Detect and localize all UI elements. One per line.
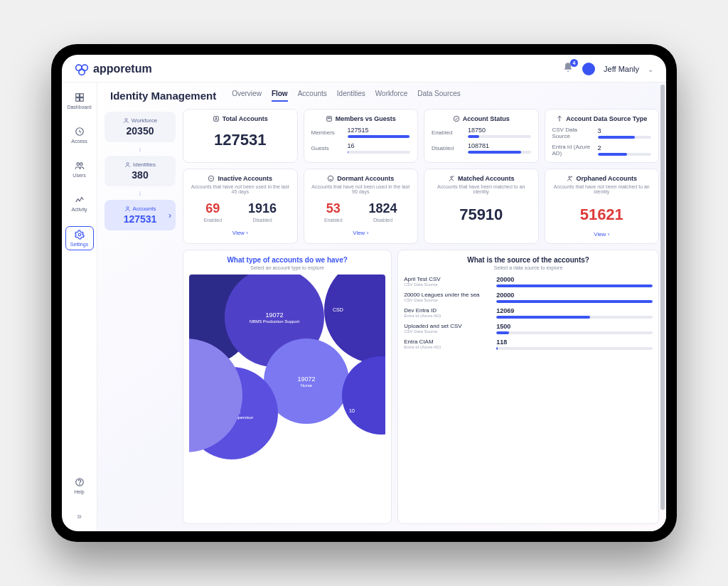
tablet-frame: apporetum 4 Jeff Manly ⌄ Dashboard — [51, 44, 677, 542]
svg-point-1 — [82, 65, 87, 70]
top-bar-right: 4 Jeff Manly ⌄ — [562, 62, 653, 76]
card-title-text: Matched Accounts — [458, 175, 515, 182]
svg-rect-18 — [326, 117, 331, 122]
avatar[interactable] — [582, 63, 595, 75]
svg-point-10 — [78, 233, 81, 236]
source-name: 20000 Leagues under the sea — [404, 292, 489, 298]
source-row[interactable]: 20000 Leagues under the seaCSV Data Sour… — [404, 292, 653, 303]
progress-bar — [348, 151, 349, 154]
sidebar-item-access[interactable]: Access — [65, 124, 94, 146]
card-title-text: Inactive Accounts — [218, 175, 272, 182]
view-link[interactable]: View › — [191, 230, 290, 236]
sidebar-item-settings[interactable]: Settings — [65, 226, 94, 250]
bubble-chart[interactable]: 19072 NBMS Production Support 19072 Nurs… — [189, 275, 385, 518]
source-name: Dev Entra ID — [404, 307, 489, 314]
row-label: Guests — [311, 145, 343, 151]
svg-point-24 — [451, 176, 453, 179]
flow-card-label: Workforce — [132, 117, 157, 124]
chevron-right-icon: » — [77, 511, 82, 521]
main-layout: Dashboard Access Users Activity Settings — [62, 82, 666, 531]
progress-bar — [496, 347, 498, 350]
svg-rect-5 — [75, 98, 79, 102]
inactive-disabled-value: 1916 — [248, 201, 277, 216]
card-inactive-accounts: Inactive Accounts Accounts that have not… — [183, 169, 298, 244]
top-bar: apporetum 4 Jeff Manly ⌄ — [62, 55, 666, 82]
dormant-disabled-value: 1824 — [369, 201, 397, 216]
progress-bar — [348, 135, 410, 138]
notifications-button[interactable]: 4 — [562, 62, 574, 76]
source-name: Uploaded and set CSV — [404, 323, 489, 329]
row-label: Disabled — [432, 145, 464, 151]
svg-point-19 — [328, 117, 329, 119]
logo-icon — [75, 62, 89, 76]
flow-card-value: 380 — [109, 169, 171, 181]
source-row[interactable]: April Test CSVCSV Data Source20000 — [404, 276, 653, 287]
chart-subtitle: Select a data source to explore — [404, 265, 653, 270]
card-subtitle: Accounts that have been matched to an id… — [432, 184, 531, 194]
tab-list: Overview Flow Accounts Identities Workfo… — [232, 90, 461, 102]
card-matched-accounts: Matched Accounts Accounts that have been… — [424, 169, 539, 244]
row-label: CSV Data Source — [552, 127, 594, 139]
svg-point-9 — [80, 163, 82, 166]
chart-title: What type of accounts do we have? — [189, 256, 385, 264]
svg-point-23 — [328, 176, 333, 181]
svg-rect-3 — [75, 94, 79, 97]
inactive-enabled-value: 69 — [203, 201, 222, 216]
card-title-text: Orphaned Accounts — [576, 175, 637, 182]
tab-datasources[interactable]: Data Sources — [417, 90, 461, 102]
sidebar-item-label: Dashboard — [67, 105, 91, 110]
view-link[interactable]: View › — [311, 230, 411, 236]
card-members-guests: Members vs Guests Members 127515 G — [304, 109, 419, 163]
page-title: Identity Management — [110, 90, 216, 102]
scrollbar[interactable] — [660, 85, 665, 510]
flow-card-value: 127531 — [109, 213, 171, 225]
flow-card-label: Identities — [133, 161, 156, 168]
tab-workforce[interactable]: Workforce — [375, 90, 407, 102]
bubble-small[interactable]: 10 — [342, 356, 385, 435]
source-value: 118 — [496, 339, 653, 346]
source-row[interactable]: Entra CIAMEntra Id (Azure AD)118 — [404, 339, 653, 350]
card-dormant-accounts: Dormant Accounts Accounts that have not … — [304, 169, 419, 244]
sidebar-item-dashboard[interactable]: Dashboard — [65, 90, 94, 112]
source-row[interactable]: Dev Entra IDEntra Id (Azure AD)12069 — [404, 307, 653, 319]
sidebar-item-label: Help — [74, 489, 84, 494]
source-value: 1500 — [496, 323, 653, 330]
row-label: Entra Id (Azure AD) — [552, 144, 594, 156]
total-accounts-value: 127531 — [191, 131, 290, 149]
sidebar-item-help[interactable]: Help — [65, 474, 94, 497]
sidebar-item-users[interactable]: Users — [65, 158, 94, 181]
chevron-down-icon[interactable]: ⌄ — [648, 65, 653, 73]
sidebar-collapse-toggle[interactable]: » — [65, 508, 94, 524]
bubble-value: 10 — [349, 408, 355, 413]
svg-point-2 — [79, 69, 85, 75]
source-row[interactable]: Uploaded and set CSVCSV Data Source1500 — [404, 323, 653, 334]
row-label: Enabled — [432, 129, 464, 136]
matched-value: 75910 — [432, 206, 531, 224]
progress-bar — [496, 331, 509, 334]
dormant-enabled-value: 53 — [324, 201, 343, 216]
card-total-accounts: Total Accounts 127531 — [183, 109, 298, 163]
notifications-count: 4 — [570, 59, 578, 67]
tab-flow[interactable]: Flow — [272, 90, 288, 102]
source-name: Entra CIAM — [404, 339, 489, 345]
row-value: 108781 — [468, 142, 531, 149]
card-data-source-type: Account Data Source Type CSV Data Source… — [545, 109, 660, 163]
tab-accounts[interactable]: Accounts — [298, 90, 327, 102]
tab-identities[interactable]: Identities — [337, 90, 365, 102]
svg-point-21 — [454, 116, 459, 122]
card-title-text: Total Accounts — [223, 115, 268, 122]
brand-logo[interactable]: apporetum — [75, 62, 152, 76]
card-account-status: Account Status Enabled 18750 Disab — [424, 109, 539, 163]
flow-card-workforce[interactable]: Workforce 20350 — [105, 112, 176, 142]
flow-card-accounts[interactable]: Accounts 127531 — [105, 200, 176, 230]
svg-point-13 — [125, 119, 127, 121]
sidebar-item-activity[interactable]: Activity — [65, 192, 94, 215]
tab-overview[interactable]: Overview — [232, 90, 262, 102]
bubble-value: 19072 — [265, 311, 283, 319]
flow-card-identities[interactable]: Identities 380 — [105, 156, 176, 186]
flow-arrow-icon: ↓ — [139, 189, 142, 197]
chart-account-sources: What is the source of the accounts? Sele… — [397, 250, 659, 524]
svg-point-8 — [76, 163, 79, 166]
view-link[interactable]: View › — [552, 231, 652, 238]
username-label: Jeff Manly — [604, 65, 639, 73]
